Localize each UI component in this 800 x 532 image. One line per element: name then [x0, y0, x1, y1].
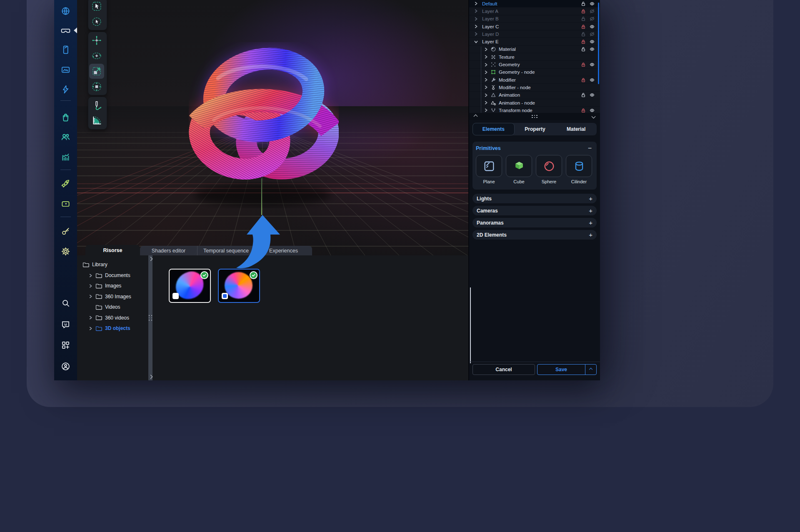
tool-measure-button[interactable] [89, 113, 104, 128]
sidebar-item-user-circle[interactable] [57, 358, 74, 375]
lock-icon[interactable] [581, 8, 586, 14]
library-item-3d-objects[interactable]: 3D objects [89, 325, 130, 331]
chevron-right-icon[interactable] [89, 283, 94, 288]
layer-row[interactable]: Animation - node [469, 99, 600, 106]
add-lights-icon[interactable]: + [589, 195, 592, 202]
chevron-right-icon[interactable] [474, 2, 478, 6]
unlock-icon[interactable] [581, 1, 586, 6]
primitive-plane-box[interactable] [476, 155, 502, 177]
layer-row[interactable]: Layer B [469, 15, 600, 22]
unlock-icon[interactable] [581, 31, 586, 37]
primitive-cylinder[interactable]: Cilinder [566, 155, 592, 184]
primitive-cube[interactable]: Cube [506, 155, 532, 184]
lock-icon[interactable] [581, 62, 586, 67]
section-2d-elements[interactable]: 2D Elements+ [472, 230, 597, 240]
eye-icon[interactable] [590, 92, 595, 98]
sidebar-item-gear[interactable] [57, 243, 74, 260]
abstract-waves-asset[interactable] [169, 269, 211, 303]
library-item-videos[interactable]: Videos [89, 304, 120, 310]
sidebar-item-globe[interactable] [57, 2, 74, 20]
chevron-right-icon[interactable] [89, 315, 94, 320]
save-button[interactable]: Save [537, 364, 597, 375]
primitive-sphere-box[interactable] [536, 155, 562, 177]
tool-select-cursor-button[interactable] [89, 0, 104, 14]
tool-rotate-button[interactable] [89, 48, 104, 63]
splitter-collapse-top-icon[interactable] [148, 257, 152, 261]
layer-row[interactable]: Layer A [469, 7, 600, 15]
asset-checkbox[interactable] [172, 293, 179, 299]
sidebar-item-chart[interactable] [57, 148, 74, 165]
library-item-images[interactable]: Images [89, 283, 121, 289]
layer-row[interactable]: Modifier [469, 76, 600, 83]
eye-icon[interactable] [590, 1, 595, 6]
chevron-right-icon[interactable] [89, 326, 94, 331]
eye-icon[interactable] [590, 77, 595, 82]
tab-material[interactable]: Material [555, 123, 597, 135]
eye-icon[interactable] [590, 47, 595, 52]
eye-off-icon[interactable] [590, 8, 595, 14]
eye-icon[interactable] [590, 39, 595, 45]
chevron-right-icon[interactable] [89, 294, 94, 299]
cancel-button[interactable]: Cancel [472, 364, 535, 375]
splitter-grip-icon[interactable] [149, 315, 152, 321]
chevron-right-icon[interactable] [484, 47, 488, 51]
unlock-icon[interactable] [581, 16, 586, 22]
collapse-section-icon[interactable]: − [588, 146, 592, 150]
save-button-label[interactable]: Save [538, 365, 585, 375]
library-item-360-videos[interactable]: 360 videos [89, 315, 129, 321]
sidebar-item-apps-plus[interactable] [57, 337, 74, 354]
eye-icon[interactable] [590, 62, 595, 67]
lock-icon[interactable] [581, 107, 586, 113]
layer-row[interactable]: Modifier - node [469, 84, 600, 91]
chevron-right-icon[interactable] [474, 17, 478, 21]
collapse-up-icon[interactable] [474, 115, 478, 119]
chevron-right-icon[interactable] [474, 32, 478, 36]
sidebar-item-video-card[interactable] [57, 195, 74, 212]
torus-knot-asset[interactable] [218, 269, 260, 303]
chevron-right-icon[interactable] [474, 25, 478, 29]
layer-row[interactable]: Geometry [469, 61, 600, 68]
layers-scrollbar[interactable] [598, 2, 599, 84]
chevron-right-icon[interactable] [484, 85, 488, 90]
torus-knot-object[interactable] [189, 41, 339, 187]
layer-row[interactable]: Texture [469, 53, 600, 60]
chevron-right-icon[interactable] [484, 101, 488, 105]
library-item-documents[interactable]: Documents [89, 272, 130, 278]
eye-icon[interactable] [590, 107, 595, 113]
layer-row[interactable]: Layer C [469, 23, 600, 30]
library-splitter[interactable] [148, 255, 152, 380]
asset-checkbox[interactable] [222, 293, 228, 299]
sidebar-item-chat[interactable] [57, 316, 74, 333]
tool-move-button[interactable] [89, 33, 104, 48]
chevron-down-icon[interactable] [474, 40, 478, 44]
layer-row[interactable]: Layer D [469, 30, 600, 37]
sidebar-item-search[interactable] [57, 295, 74, 312]
lock-icon[interactable] [581, 24, 586, 29]
section-lights[interactable]: Lights+ [472, 194, 597, 203]
add-panoramas-icon[interactable]: + [589, 219, 592, 226]
tool-select-ellipse-button[interactable] [89, 14, 104, 29]
chevron-right-icon[interactable] [484, 93, 488, 97]
sidebar-item-lightning[interactable] [57, 81, 74, 98]
layer-row[interactable]: Transform node [469, 107, 600, 113]
tab-elements[interactable]: Elements [472, 123, 515, 135]
layer-row[interactable]: Geometry - node [469, 69, 600, 76]
lock-icon[interactable] [581, 77, 586, 82]
chevron-right-icon[interactable] [484, 62, 488, 67]
sidebar-item-vr-goggles[interactable] [57, 22, 74, 39]
add-cameras-icon[interactable]: + [589, 207, 592, 214]
eye-off-icon[interactable] [590, 16, 595, 22]
chevron-right-icon[interactable] [474, 9, 478, 13]
tab-risorse[interactable]: Risorse [85, 245, 140, 255]
tool-scale-button[interactable] [89, 64, 104, 79]
chevron-right-icon[interactable] [484, 78, 488, 82]
save-options-button[interactable] [585, 365, 596, 375]
section-panoramas[interactable]: Panoramas+ [472, 218, 597, 227]
add-2d-elements-icon[interactable]: + [589, 231, 592, 238]
unlock-icon[interactable] [581, 92, 586, 98]
splitter-collapse-bottom-icon[interactable] [148, 375, 152, 379]
tab-property[interactable]: Property [515, 123, 556, 135]
tool-resize-button[interactable] [89, 79, 104, 94]
chevron-right-icon[interactable] [484, 55, 488, 59]
sidebar-item-rocket[interactable] [57, 175, 74, 192]
